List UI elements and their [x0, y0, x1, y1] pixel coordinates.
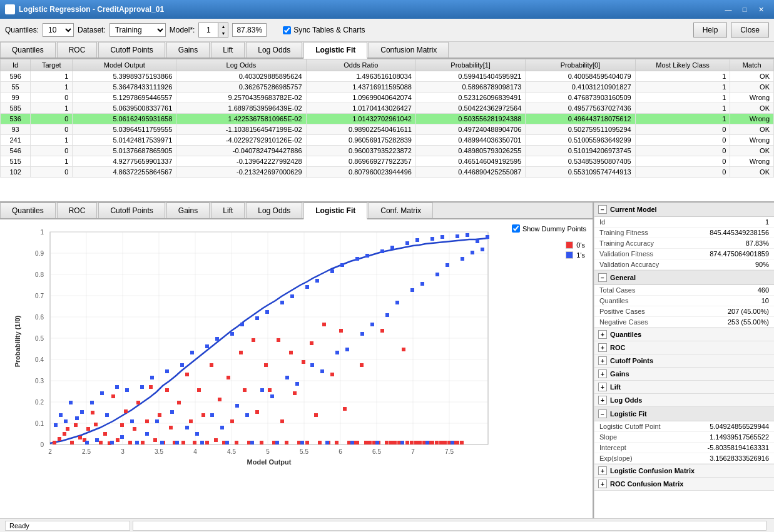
col-header-match[interactable]: Match: [730, 59, 774, 71]
table-row[interactable]: 9905.129786954465579.25704359683782E-021…: [1, 93, 774, 103]
tab-lift[interactable]: Lift: [211, 42, 245, 58]
tab-log-odds[interactable]: Log Odds: [246, 42, 302, 58]
tab-cutoff-points[interactable]: Cutoff Points: [98, 42, 165, 58]
col-header-log-odds[interactable]: Log Odds: [176, 59, 306, 71]
help-button[interactable]: Help: [693, 23, 728, 38]
table-row[interactable]: 24115.01424817539971-4.02292792910126E-0…: [1, 135, 774, 146]
svg-text:7: 7: [411, 448, 415, 455]
tab-logistic-fit[interactable]: Logistic Fit: [303, 42, 367, 59]
btab-conf-matrix[interactable]: Conf. Matrix: [369, 203, 433, 218]
gains-collapsed-header[interactable]: + Gains: [594, 368, 774, 381]
negative-cases-row: Negative Cases 253 (55.00%): [594, 317, 774, 328]
bottom-tab-bar: Quantiles ROC Cutoff Points Gains Lift L…: [0, 203, 593, 219]
current-model-header[interactable]: − Current Model: [594, 203, 774, 217]
spinner-down-button[interactable]: ▼: [218, 30, 228, 37]
col-header-prob1[interactable]: Probability[1]: [415, 59, 525, 71]
table-row[interactable]: 9305.03964511759555-1.10381564547199E-02…: [1, 124, 774, 135]
table-cell: 0.553109574744913: [526, 167, 635, 178]
table-cell: 0.497240488904706: [415, 124, 525, 135]
dataset-select[interactable]: Training Validation Test: [109, 23, 166, 37]
svg-rect-191: [265, 310, 269, 314]
roc-collapsed-header[interactable]: + ROC: [594, 341, 774, 354]
tab-roc[interactable]: ROC: [57, 42, 98, 58]
table-row[interactable]: 59615.399893751938660.4030298858956241.4…: [1, 71, 774, 82]
table-row[interactable]: 53605.061624959316581.42253675810965E-02…: [1, 114, 774, 124]
status-ready-pane: Ready: [5, 521, 130, 531]
lift-collapsed-header[interactable]: + Lift: [594, 381, 774, 394]
tab-confusion-matrix[interactable]: Confusion Matrix: [369, 42, 449, 58]
svg-rect-89: [214, 438, 218, 442]
svg-rect-134: [402, 348, 405, 351]
table-cell: Wrong: [730, 156, 774, 167]
validation-fitness-row: Validation Fitness 874.475064901859: [594, 249, 774, 259]
table-row[interactable]: 58515.063950083377611.68978539596439E-02…: [1, 103, 774, 114]
table-cell: 1.68978539596439E-02: [176, 103, 306, 114]
table-row[interactable]: 10204.86372255864567-0.2132426970006290.…: [1, 167, 774, 178]
svg-rect-136: [410, 441, 414, 444]
table-cell: Wrong: [730, 114, 774, 124]
log-odds-collapsed-header[interactable]: + Log Odds: [594, 394, 774, 407]
cutoff-collapsed-header[interactable]: + Cutoff Points: [594, 354, 774, 368]
logistic-confusion-header[interactable]: + Logistic Confusion Matrix: [594, 464, 774, 478]
exp-slope-value: 3.15628333526916: [710, 454, 769, 462]
svg-rect-234: [481, 248, 484, 251]
quantiles-collapsed-header[interactable]: + Quantiles: [594, 328, 774, 341]
general-header[interactable]: − General: [594, 271, 774, 285]
intercept-row: Intercept -5.80358194163331: [594, 443, 774, 453]
svg-rect-77: [165, 388, 169, 392]
app-icon: [5, 4, 15, 14]
maximize-button[interactable]: □: [736, 3, 753, 16]
svg-rect-75: [158, 413, 161, 417]
btab-log-odds[interactable]: Log Odds: [246, 203, 302, 218]
svg-rect-111: [305, 441, 309, 444]
roc-confusion-header[interactable]: + ROC Confusion Matrix: [594, 478, 774, 491]
col-header-id[interactable]: Id: [1, 59, 31, 71]
btab-cutoff-points[interactable]: Cutoff Points: [98, 203, 165, 218]
table-cell: 1: [31, 103, 73, 114]
close-button[interactable]: Close: [731, 23, 769, 38]
col-header-odds-ratio[interactable]: Odds Ratio: [306, 59, 415, 71]
btab-roc[interactable]: ROC: [57, 203, 98, 218]
btab-gains[interactable]: Gains: [166, 203, 210, 218]
model-value-input[interactable]: [199, 26, 218, 34]
tab-gains[interactable]: Gains: [166, 42, 210, 58]
table-row[interactable]: 54605.01376687865905-0.04078247944278860…: [1, 146, 774, 156]
quantiles-select[interactable]: 10: [43, 23, 74, 37]
svg-rect-96: [243, 388, 247, 392]
table-cell: 0: [635, 135, 730, 146]
table-cell: 1: [635, 82, 730, 93]
log-odds-collapsed-icon: +: [598, 396, 607, 404]
table-row[interactable]: 5515.364784331119260.3626752869857571.43…: [1, 82, 774, 93]
svg-text:5: 5: [266, 448, 270, 455]
col-header-model-output[interactable]: Model Output: [73, 59, 176, 71]
logistic-fit-header[interactable]: − Logistic Fit: [594, 407, 774, 421]
svg-rect-70: [136, 401, 140, 404]
cutoff-point-key: Logistic Cutoff Point: [599, 423, 710, 430]
col-header-target[interactable]: Target: [31, 59, 73, 71]
btab-quantiles[interactable]: Quantiles: [0, 203, 56, 218]
table-cell: 4.92775659901337: [73, 156, 176, 167]
svg-text:Model Output: Model Output: [247, 458, 292, 466]
svg-text:3: 3: [121, 448, 125, 455]
current-model-id-row: Id 1: [594, 217, 774, 228]
table-cell: 0.489805793026255: [415, 146, 525, 156]
col-header-most-likely[interactable]: Most Likely Class: [635, 59, 730, 71]
col-header-prob0[interactable]: Probability[0]: [526, 59, 635, 71]
svg-rect-82: [185, 373, 189, 376]
intercept-value: -5.80358194163331: [708, 444, 769, 451]
show-dummy-checkbox[interactable]: [512, 224, 520, 233]
window-close-button[interactable]: ✕: [753, 3, 769, 16]
btab-lift[interactable]: Lift: [211, 203, 245, 218]
validation-accuracy-row: Validation Accuracy 90%: [594, 259, 774, 270]
btab-logistic-fit[interactable]: Logistic Fit: [303, 203, 367, 219]
table-row[interactable]: 51514.92775659901337-0.1396422279924280.…: [1, 156, 774, 167]
tab-quantiles[interactable]: Quantiles: [0, 42, 56, 58]
table-cell: 0: [31, 167, 73, 178]
spinner-up-button[interactable]: ▲: [218, 23, 228, 30]
minimize-button[interactable]: —: [720, 3, 736, 16]
legend-0s-box: [566, 241, 573, 249]
sync-checkbox[interactable]: [283, 26, 291, 34]
roc-confusion-icon: +: [598, 479, 607, 488]
svg-rect-187: [245, 413, 249, 417]
svg-rect-110: [302, 360, 305, 364]
